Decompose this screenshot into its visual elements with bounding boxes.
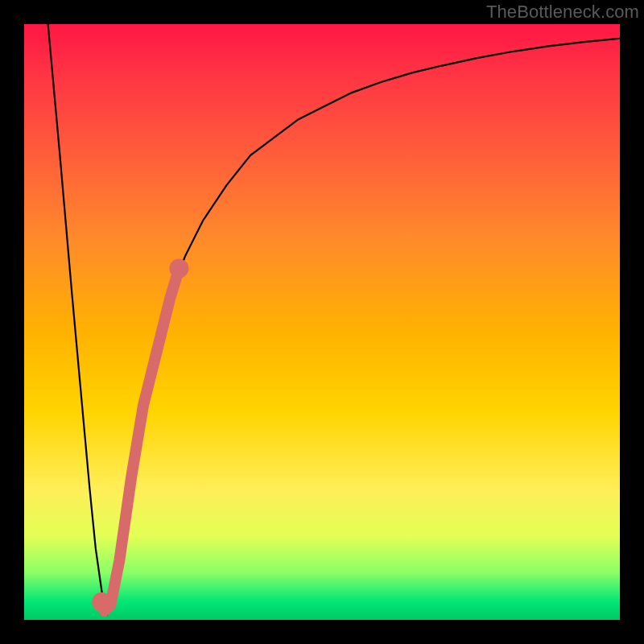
bottleneck-curve-path: [48, 24, 620, 614]
chart-svg: [24, 24, 620, 620]
highlight-end-cap: [169, 258, 188, 278]
gradient-plot-area: [24, 24, 620, 620]
highlight-segment-path: [101, 268, 179, 611]
chart-frame: TheBottleneck.com: [0, 0, 644, 644]
watermark-text: TheBottleneck.com: [486, 2, 639, 23]
highlight-start-cap: [92, 592, 111, 612]
